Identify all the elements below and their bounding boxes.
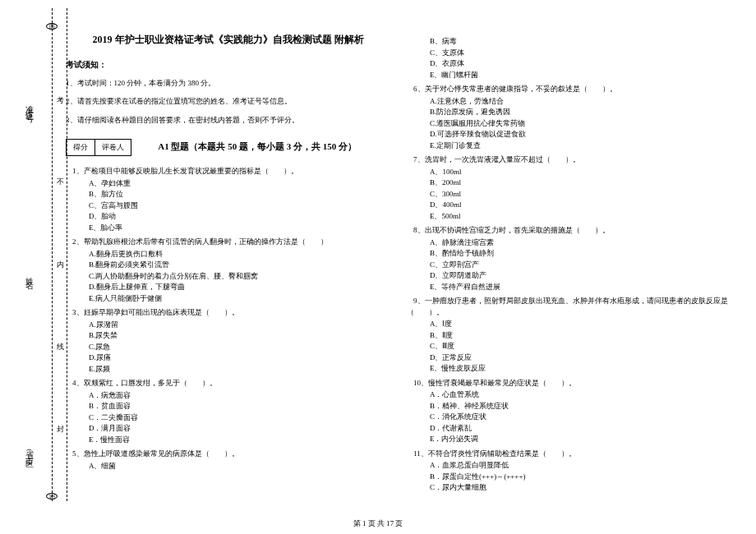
question-option: B、病毒 (430, 36, 731, 48)
question: 8、出现不协调性宫缩乏力时，首先采取的措施是（ ）。 (407, 225, 731, 237)
section-type-a1: A1 型题（本题共 50 题，每小题 3 分，共 150 分） (158, 140, 357, 153)
question-option: B．精神、神经系统症状 (430, 401, 731, 412)
question-option: A、Ⅰ度 (430, 319, 731, 330)
question-option: B.尿失禁 (89, 330, 390, 342)
question: 1、产检项目中能够反映胎儿生长发育状况最重要的指标是（ ）。 (66, 166, 390, 177)
question-option: E、等待产程自然进展 (430, 282, 731, 293)
question-option: A、100ml (430, 167, 731, 178)
question-option: D.可选择辛辣食物以促进食欲 (430, 129, 731, 140)
question-option: C、立即剖宫产 (430, 260, 731, 271)
question-option: D.尿痛 (89, 352, 390, 364)
binding-label-name: 姓名 (23, 271, 35, 278)
question: 5、急性上呼吸道感染最常见的病原体是（ ）。 (66, 449, 390, 460)
question-option: C、支原体 (430, 48, 731, 59)
question: 4、双颊紫红，口唇发绀，多见于（ ）。 (66, 378, 390, 389)
exam-title: 2019 年护士职业资格证考试《实践能力》自我检测试题 附解析 (66, 33, 390, 47)
question-option: A.翻身后更换伤口敷料 (89, 249, 390, 260)
question-option: E.定期门诊复查 (430, 140, 731, 152)
notice-item: 3、请仔细阅读各种题目的回答要求，在密封线内答题，否则不予评分。 (66, 114, 390, 126)
notice-heading: 考试须知： (66, 59, 390, 71)
question-option: C.遵医嘱服用抗心律失常药物 (430, 118, 731, 130)
question-option: A.注意休息，劳逸结合 (430, 96, 731, 108)
question-option: E、胎心率 (89, 223, 390, 234)
question-option: D、立即阴道助产 (430, 270, 731, 282)
score-cell: 评卷人 (95, 140, 131, 155)
question-option: C、300ml (430, 189, 731, 200)
question: 10、慢性肾衰竭最早和最常见的症状是（ ）。 (407, 378, 731, 389)
question-option: B.防治原发病，避免诱因 (430, 107, 731, 118)
question-option: C．消化系统症状 (430, 412, 731, 423)
question-option: C.两人协助翻身时的着力点分别在肩、腰、臀和腘窝 (89, 271, 390, 283)
binding-circ-top: 圆 (46, 23, 58, 30)
question-option: E、幽门螺杆菌 (430, 70, 731, 81)
question-option: E、慢性皮肤反应 (430, 363, 731, 375)
question-option: A、细菌 (89, 461, 390, 472)
question-option: D、400ml (430, 200, 731, 211)
notice-item: 1、考试时间：120 分钟，本卷满分为 380 分。 (66, 77, 390, 89)
question-option: D．代谢紊乱 (430, 423, 731, 435)
question-option: E.病人只能侧卧于健侧 (89, 293, 390, 305)
question-option: B、胎方位 (89, 189, 390, 200)
question-option: B．贫血面容 (89, 401, 390, 412)
question-option: A、静脉滴注缩宫素 (430, 237, 731, 249)
left-column: 2019 年护士职业资格证考试《实践能力》自我检测试题 附解析 考试须知： 1、… (66, 16, 390, 494)
question-option: A．病危面容 (89, 390, 390, 402)
binding-circ-bottom: 密 (46, 493, 58, 499)
question-option: B、酌情给予镇静剂 (430, 248, 731, 260)
question-option: E．慢性面容 (89, 435, 390, 446)
page-footer: 第 1 页 共 17 页 (0, 518, 756, 529)
binding-label-id: 准考证号 (23, 99, 35, 112)
question: 2、帮助乳腺癌根治术后带有引流管的病人翻身时，正确的操作方法是（ ） (66, 237, 390, 248)
right-column: B、病毒C、支原体D、衣原体E、幽门螺杆菌 6、关于对心悸失常患者的健康指导，不… (407, 16, 731, 494)
question-option: B、Ⅱ度 (430, 330, 731, 342)
question-option: D、衣原体 (430, 58, 731, 70)
question-option: E.尿频 (89, 364, 390, 375)
question-option: A．血浆总蛋白明显降低 (430, 460, 731, 472)
question-option: B.翻身前必须夹紧引流管 (89, 260, 390, 271)
question-option: E．内分泌失调 (430, 434, 731, 445)
binding-label-region: 省（市区） (23, 444, 35, 460)
question-option: C.尿急 (89, 342, 390, 353)
question: 11、不符合肾炎性肾病辅助检查结果是（ ）。 (407, 449, 731, 460)
question-option: B、200ml (430, 177, 731, 189)
question-option: C．尿内大量细胞 (430, 482, 731, 494)
question: 3、妊娠早期孕妇可能出现的临床表现是（ ）。 (66, 307, 390, 319)
question: 6、关于对心悸失常患者的健康指导，不妥的叙述是（ ）。 (407, 84, 731, 95)
question: 9、一肿瘤放疗患者，照射野局部皮肤出现充血、水肿并伴有水疱形成，请问现患者的皮肤… (407, 296, 731, 318)
question-option: D．满月面容 (89, 423, 390, 435)
question-option: D、胎动 (89, 211, 390, 223)
notice-item: 2、请首先按要求在试卷的指定位置填写您的姓名、准考证号等信息。 (66, 95, 390, 107)
question-option: A.尿潴留 (89, 320, 390, 331)
question-option: A．心血管系统 (430, 389, 731, 401)
score-box: 得分 评卷人 (66, 139, 131, 156)
question-option: D、正常反应 (430, 352, 731, 364)
question-option: C．二尖瓣面容 (89, 412, 390, 424)
question-option: C、宫高与腹围 (89, 200, 390, 212)
question: 7、洗胃时，一次洗胃液灌入量应不超过（ ）。 (407, 154, 731, 166)
question-option: A、孕妇体重 (89, 178, 390, 190)
question-option: D.翻身后上腿伸直，下腿弯曲 (89, 282, 390, 293)
question-option: C、Ⅲ度 (430, 341, 731, 352)
question-option: B．尿蛋白定性(+++)～(++++) (430, 472, 731, 483)
question-option: E、500ml (430, 211, 731, 223)
score-cell: 得分 (67, 140, 95, 155)
